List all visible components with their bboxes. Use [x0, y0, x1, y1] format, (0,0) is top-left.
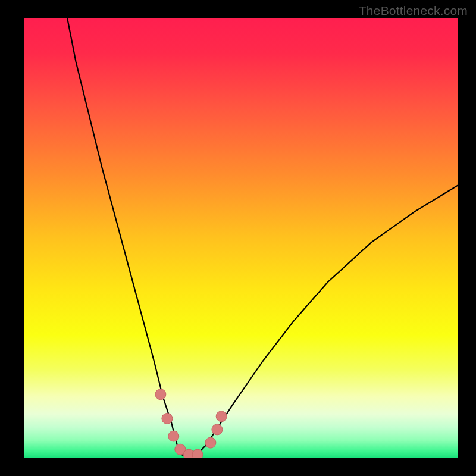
chart-frame: TheBottleneck.com [0, 0, 476, 476]
marker-dot [162, 413, 173, 424]
chart-svg [24, 18, 458, 458]
marker-dot [216, 411, 227, 422]
watermark-label: TheBottleneck.com [359, 4, 468, 18]
marker-dot [155, 389, 166, 400]
marker-dot [192, 449, 203, 458]
marker-dot [168, 431, 179, 441]
marker-dot [205, 437, 216, 448]
marker-dot [212, 424, 223, 435]
plot-area [24, 18, 458, 458]
